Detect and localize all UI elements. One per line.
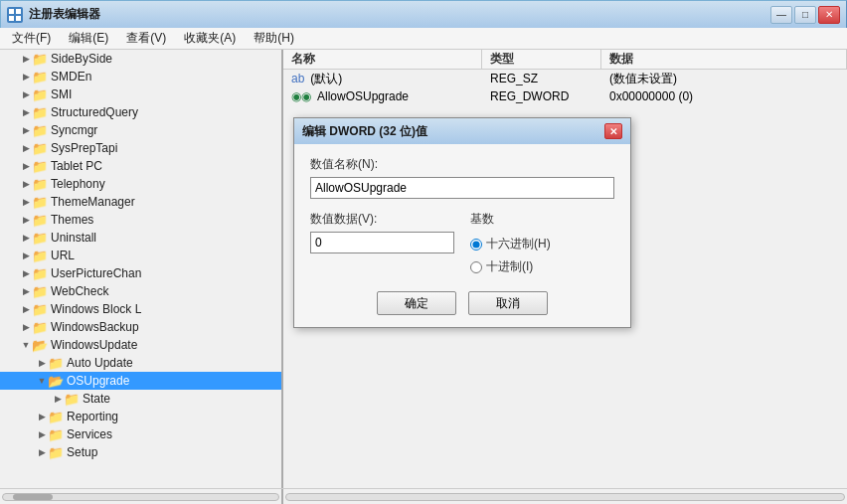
base-label: 基数 bbox=[470, 211, 614, 228]
radio-dec-text: 十进制(I) bbox=[486, 258, 533, 275]
radio-hex-label[interactable]: 十六进制(H) bbox=[470, 236, 614, 252]
name-input[interactable] bbox=[310, 177, 614, 199]
ok-button[interactable]: 确定 bbox=[377, 291, 456, 315]
dialog-overlay: 编辑 DWORD (32 位)值 ✕ 数值名称(N): 数值数据(V): 基数 … bbox=[0, 0, 847, 504]
radio-dec-label[interactable]: 十进制(I) bbox=[470, 258, 614, 275]
dialog-close-button[interactable]: ✕ bbox=[604, 123, 622, 139]
radio-dec[interactable] bbox=[470, 261, 482, 273]
dialog-title-text: 编辑 DWORD (32 位)值 bbox=[302, 123, 427, 140]
value-base-row: 数值数据(V): 基数 十六进制(H) 十进制(I) bbox=[310, 211, 614, 275]
value-area: 数值数据(V): bbox=[310, 211, 454, 275]
data-input[interactable] bbox=[310, 232, 454, 253]
edit-dword-dialog: 编辑 DWORD (32 位)值 ✕ 数值名称(N): 数值数据(V): 基数 … bbox=[293, 117, 631, 328]
radio-hex[interactable] bbox=[470, 239, 482, 251]
dialog-buttons: 确定 取消 bbox=[310, 291, 614, 315]
base-area: 基数 十六进制(H) 十进制(I) bbox=[470, 211, 614, 275]
data-label: 数值数据(V): bbox=[310, 211, 454, 228]
radio-group: 十六进制(H) 十进制(I) bbox=[470, 236, 614, 275]
dialog-content: 数值名称(N): 数值数据(V): 基数 十六进制(H) bbox=[294, 144, 630, 327]
cancel-button[interactable]: 取消 bbox=[468, 291, 548, 315]
dialog-title-bar: 编辑 DWORD (32 位)值 ✕ bbox=[294, 118, 630, 144]
radio-hex-text: 十六进制(H) bbox=[486, 236, 551, 252]
name-label: 数值名称(N): bbox=[310, 156, 614, 173]
